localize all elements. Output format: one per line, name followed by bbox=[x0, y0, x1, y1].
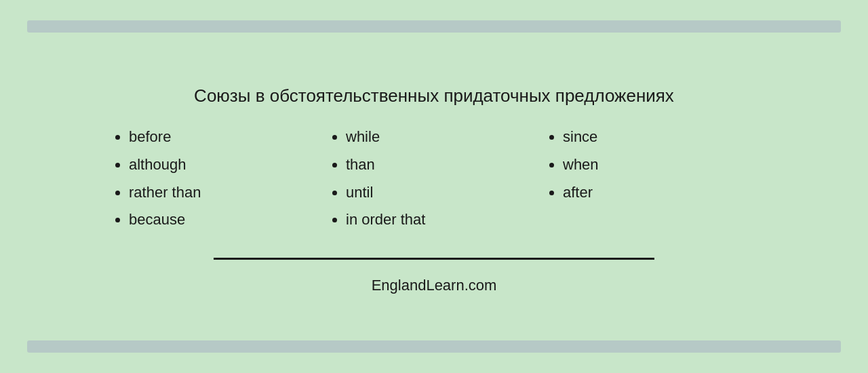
list-item: after bbox=[563, 182, 760, 203]
list-item: in order that bbox=[346, 210, 542, 231]
column-3-list: since when after bbox=[542, 127, 760, 203]
divider-line bbox=[214, 258, 654, 260]
list-item: since bbox=[563, 127, 760, 148]
column-1-list: before although rather than because bbox=[108, 127, 326, 231]
column-3: since when after bbox=[542, 127, 760, 237]
column-1: before although rather than because bbox=[108, 127, 326, 237]
column-2-list: while than until in order that bbox=[326, 127, 542, 231]
list-item: because bbox=[129, 210, 326, 231]
page-title: Союзы в обстоятельственных придаточных п… bbox=[194, 85, 674, 106]
conjunctions-columns: before although rather than because whil… bbox=[68, 127, 800, 237]
list-item: although bbox=[129, 155, 326, 176]
footer-text: EnglandLearn.com bbox=[372, 277, 497, 294]
list-item: until bbox=[346, 182, 542, 203]
list-item: before bbox=[129, 127, 326, 148]
bottom-decorative-bar bbox=[27, 340, 841, 353]
main-container: Союзы в обстоятельственных придаточных п… bbox=[27, 65, 841, 308]
list-item: while bbox=[346, 127, 542, 148]
list-item: rather than bbox=[129, 182, 326, 203]
list-item: when bbox=[563, 155, 760, 176]
top-decorative-bar bbox=[27, 20, 841, 33]
column-2: while than until in order that bbox=[326, 127, 542, 237]
list-item: than bbox=[346, 155, 542, 176]
